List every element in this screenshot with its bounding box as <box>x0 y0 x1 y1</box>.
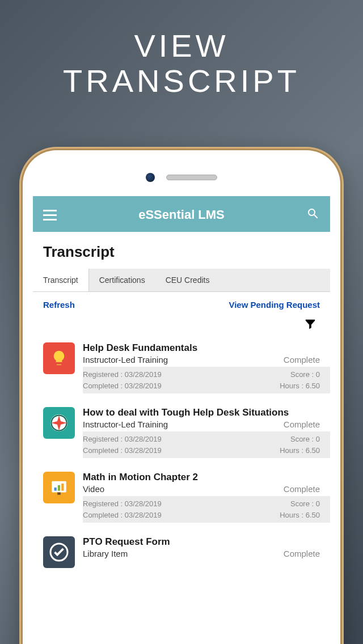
completed-date: Completed : 03/28/2019 <box>83 445 162 456</box>
chart-icon <box>43 472 75 503</box>
svg-rect-6 <box>57 493 61 495</box>
phone-hardware <box>23 164 340 196</box>
course-hours: Hours : 6.50 <box>280 445 320 456</box>
course-item[interactable]: Help Desk Fundamentals Instructor-Led Tr… <box>33 337 330 393</box>
course-type: Video <box>83 484 104 494</box>
tab-bar: Transcript Certifications CEU Credits <box>33 269 330 292</box>
bulb-icon <box>43 342 75 374</box>
promo-title: VIEW TRANSCRIPT <box>0 0 363 98</box>
course-status: Complete <box>284 549 320 558</box>
refresh-link[interactable]: Refresh <box>43 300 75 310</box>
promo-line1: VIEW <box>0 28 363 63</box>
completed-date: Completed : 03/28/2019 <box>83 510 162 521</box>
svg-rect-3 <box>54 488 57 491</box>
course-score: Score : 0 <box>290 498 320 510</box>
tab-certifications[interactable]: Certifications <box>89 269 155 291</box>
course-type: Library Item <box>83 549 128 558</box>
phone-screen: eSSential LMS Transcript Transcript Cert… <box>33 196 330 644</box>
course-type: Instructor-Led Training <box>83 355 168 365</box>
svg-rect-5 <box>61 484 64 491</box>
course-item[interactable]: PTO Request Form Library Item Complete <box>33 531 330 568</box>
filter-icon[interactable] <box>304 317 316 332</box>
app-title: eSSential LMS <box>138 207 225 222</box>
camera-dot <box>146 173 155 182</box>
filter-row <box>33 317 330 337</box>
search-icon[interactable] <box>306 207 320 223</box>
completed-date: Completed : 03/28/2019 <box>83 380 162 392</box>
course-meta: Registered : 03/28/2019Score : 0 Complet… <box>83 496 330 523</box>
action-row: Refresh View Pending Request <box>33 292 330 317</box>
page-title: Transcript <box>33 232 330 269</box>
course-status: Complete <box>284 355 320 365</box>
course-item[interactable]: Math in Motion Chapter 2 Video Complete … <box>33 466 330 523</box>
course-score: Score : 0 <box>290 369 320 380</box>
registered-date: Registered : 03/28/2019 <box>83 369 162 380</box>
tab-ceu-credits[interactable]: CEU Credits <box>155 269 220 291</box>
app-header: eSSential LMS <box>33 196 330 232</box>
course-title: Math in Motion Chapter 2 <box>83 472 320 483</box>
course-item[interactable]: How to deal with Tough Help Desk Situati… <box>33 401 330 458</box>
course-hours: Hours : 6.50 <box>280 510 320 521</box>
speaker-grill <box>166 175 217 180</box>
course-title: Help Desk Fundamentals <box>83 342 320 354</box>
compass-icon <box>43 407 75 439</box>
course-meta: Registered : 03/28/2019Score : 0 Complet… <box>83 367 330 393</box>
registered-date: Registered : 03/28/2019 <box>83 498 162 510</box>
course-score: Score : 0 <box>290 434 320 445</box>
course-meta: Registered : 03/28/2019Score : 0 Complet… <box>83 431 330 458</box>
course-hours: Hours : 6.50 <box>280 380 320 392</box>
course-type: Instructor-Led Training <box>83 420 168 429</box>
promo-line2: TRANSCRIPT <box>0 63 363 99</box>
view-pending-link[interactable]: View Pending Request <box>229 300 320 310</box>
registered-date: Registered : 03/28/2019 <box>83 434 162 445</box>
course-title: How to deal with Tough Help Desk Situati… <box>83 407 320 418</box>
course-title: PTO Request Form <box>83 536 320 548</box>
svg-rect-4 <box>58 485 60 491</box>
course-status: Complete <box>284 420 320 429</box>
hamburger-menu-icon[interactable] <box>43 210 57 221</box>
check-icon <box>43 536 75 568</box>
phone-frame: eSSential LMS Transcript Transcript Cert… <box>23 150 340 644</box>
course-status: Complete <box>284 484 320 494</box>
course-list: Help Desk Fundamentals Instructor-Led Tr… <box>33 337 330 576</box>
tab-transcript[interactable]: Transcript <box>33 269 89 291</box>
